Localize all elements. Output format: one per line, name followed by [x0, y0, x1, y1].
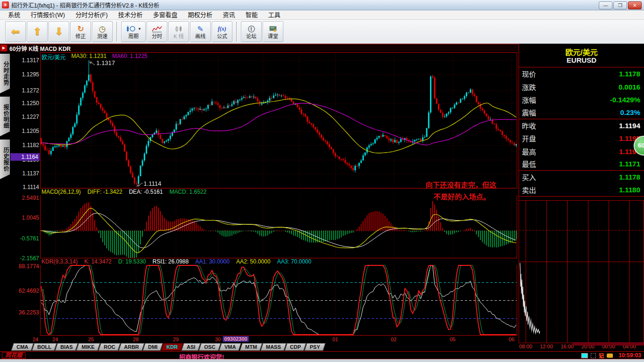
indicator-tab[interactable]: ROC — [98, 343, 121, 351]
down-arrow-button[interactable]: ⬇ — [49, 21, 69, 42]
speed-test-button[interactable]: ◷ 测速 — [92, 21, 113, 42]
axis-label: 1.1317 — [9, 57, 39, 64]
axis-label: 1.0045 — [9, 214, 39, 221]
side-tab[interactable]: 分时走势 — [0, 54, 10, 93]
minute-chart-button[interactable]: 分时 — [147, 21, 167, 42]
indicator-tab[interactable]: ASI — [181, 343, 201, 351]
menu-item[interactable]: 技术分析 — [113, 10, 148, 20]
kdr-d-value: D: 19.5330 — [118, 258, 146, 265]
alarm-icon[interactable] — [591, 353, 596, 358]
forum-button[interactable]: t 论坛 — [241, 21, 262, 42]
axis-label: 2.5491 — [9, 195, 39, 201]
menu-item[interactable]: 系统 — [3, 10, 25, 20]
quote-row: 最低 1.1171 — [519, 158, 644, 171]
axis-label: 1.1137 — [9, 170, 39, 177]
menu-item[interactable]: 工具 — [263, 10, 286, 20]
collapse-arrow-icon[interactable]: ▶ — [0, 45, 7, 51]
indicator-tab[interactable]: CMA — [11, 343, 33, 351]
axis-label: -0.5761 — [9, 235, 39, 242]
indicator-tab[interactable]: MIKE — [76, 343, 100, 351]
quote-row: 昨收 1.1194 — [519, 119, 644, 132]
indicator-tab[interactable]: DMI — [142, 343, 163, 351]
indicator-tab[interactable]: MTM — [239, 343, 262, 351]
quote-row: 开盘 1.1195 — [519, 132, 644, 145]
back-arrow-button[interactable]: ⬅ — [5, 21, 26, 42]
mini-time-label: 12:00 — [540, 344, 553, 349]
restore-button[interactable]: ❐ — [613, 1, 627, 9]
x-axis-label: 24 — [33, 337, 38, 342]
classroom-board-icon — [269, 24, 277, 33]
x-axis-label: 29 — [173, 337, 179, 342]
indicator-tab[interactable]: KDR — [161, 343, 183, 351]
indicator-tab[interactable]: CDP — [284, 343, 306, 351]
macd-diff-value: DIFF: -1.3422 — [87, 189, 122, 195]
application-window: { "window": { "title": "招行外汇1(fxhq1) - 招… — [0, 0, 644, 362]
kline-button[interactable]: K 线 — [168, 21, 189, 42]
left-arrow-icon: ⬅ — [11, 25, 20, 38]
menu-item[interactable]: 行情报价(W) — [25, 10, 70, 20]
x-axis: 2424252829300102050609302300 — [0, 336, 519, 343]
indicator-tab[interactable]: PSY — [304, 343, 325, 351]
side-tab[interactable]: 报价明细 — [0, 97, 10, 136]
axis-label: 62.4692 — [9, 288, 39, 294]
toolbar-separator — [236, 22, 237, 41]
draw-line-button[interactable]: ✎ 画线 — [190, 21, 211, 42]
quote-row: 涨幅 -0.1429% — [519, 93, 644, 106]
window-bottom-frame — [0, 359, 644, 362]
ma60-label: MA60: 1.1225 — [112, 53, 148, 61]
indicator-tab[interactable]: BOLL — [32, 343, 57, 351]
x-axis-label: 28 — [133, 337, 139, 342]
kdr-header: KDR(9,3,3,14) K: 14.3472 D: 19.5330 RSI1… — [40, 258, 517, 265]
quote-label: 震幅 — [522, 107, 536, 117]
chart-header: ▶ 60分钟 K线 MACD KDR — [0, 44, 519, 52]
axis-label: 1.1272 — [9, 87, 39, 94]
side-tab-strip: 分时走势报价明细历史报价 — [0, 54, 10, 182]
menu-item[interactable]: 智能 — [240, 10, 263, 20]
indicator-tab[interactable]: OSC — [199, 343, 221, 351]
indicator-tab[interactable]: MASS — [260, 343, 286, 351]
indicator-tab[interactable]: VMA — [219, 343, 242, 351]
axis-label: 36.2253 — [9, 309, 39, 316]
forum-bubble-icon: t — [248, 24, 255, 33]
period-button[interactable]: ▼ 周期 — [121, 21, 146, 42]
quote-value: 1.1178 — [619, 173, 640, 181]
up-arrow-button[interactable]: ⬆ — [27, 21, 48, 42]
quote-value: 0.23% — [620, 108, 640, 116]
menu-bar: 系统行情报价(W)分时分析(F)技术分析多窗看盘期权分析资讯智能工具 — [0, 10, 644, 20]
menu-item[interactable]: 多窗看盘 — [148, 10, 183, 20]
quote-row: 卖出 1.1180 — [519, 184, 644, 197]
menu-item[interactable]: 分时分析(F) — [70, 10, 113, 20]
x-axis-label: 02 — [391, 337, 396, 342]
macd-dea-value: DEA: -0.5161 — [129, 189, 163, 195]
menu-item[interactable]: 期权分析 — [183, 10, 218, 20]
menu-item[interactable]: 资讯 — [218, 10, 240, 20]
indicator-tab[interactable]: ARBR — [119, 343, 145, 351]
clock-icon: ◷ — [99, 24, 106, 33]
quote-pair-name: 欧元/美元 — [519, 44, 644, 56]
x-axis-label: 06 — [509, 337, 514, 342]
status-bar: 同花顺 招商银行欢迎您! 记 10:59:03 — [0, 351, 644, 359]
formula-button[interactable]: f(x) 公式 — [212, 21, 232, 42]
classroom-button[interactable]: 课堂 — [263, 21, 283, 42]
kdr-aa3-value: AA3: 70.0000 — [277, 258, 312, 265]
mini-chart-axis-strip — [572, 342, 644, 346]
correct-button[interactable]: ↻ 修正 — [70, 21, 91, 42]
memo-icon[interactable]: 记 — [599, 352, 604, 359]
intraday-mini-chart-canvas[interactable] — [519, 200, 644, 343]
fx-formula-icon: f(x) — [218, 24, 226, 33]
minimize-button[interactable]: — — [599, 1, 612, 9]
indicator-tab[interactable]: BIAS — [55, 343, 78, 351]
line-chart-icon — [152, 24, 162, 33]
side-tab[interactable]: 历史报价 — [0, 140, 10, 179]
candlestick-icon — [174, 24, 183, 33]
clock-time: 10:59:03 — [619, 352, 641, 359]
brand-logo[interactable]: 同花顺 — [2, 352, 25, 359]
message-icon[interactable] — [607, 354, 613, 358]
quote-value: 1.1180 — [619, 186, 640, 194]
mini-time-label: 08:00 — [519, 344, 532, 349]
kdr-k-value: K: 14.3472 — [84, 258, 112, 265]
close-button[interactable]: ✕ — [628, 1, 642, 9]
quote-label: 现价 — [522, 69, 536, 79]
chevron-down-icon: ▼ — [138, 27, 141, 31]
connection-monitor-icon[interactable] — [581, 353, 588, 358]
